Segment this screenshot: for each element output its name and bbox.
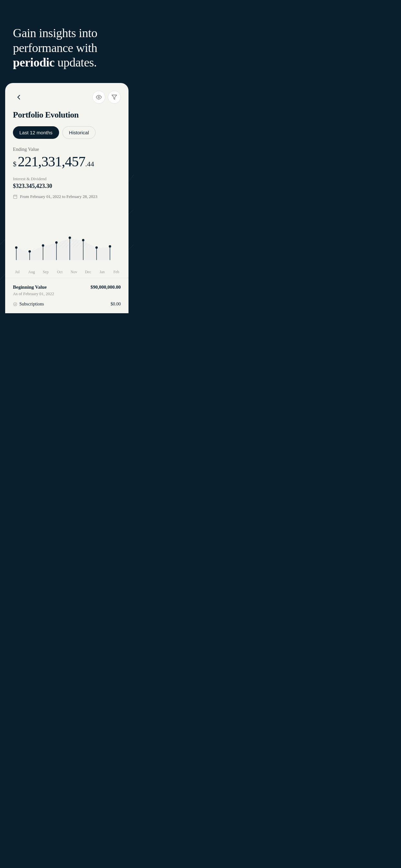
chart-label-feb: Feb: [109, 270, 123, 275]
subscriptions-value: $0.00: [111, 302, 121, 307]
chart-svg: [10, 203, 123, 267]
hero-headline: Gain insights into performance with peri…: [13, 26, 121, 70]
ending-value-label: Ending Value: [13, 147, 121, 152]
chart-label-sep: Sep: [39, 270, 53, 275]
svg-marker-6: [112, 95, 117, 99]
main-card: Portfolio Evolution Last 12 months Histo…: [5, 83, 128, 313]
main-amount: 221,331,457: [18, 153, 85, 170]
subscriptions-row: Subscriptions $0.00: [13, 302, 121, 307]
page-title: Portfolio Evolution: [5, 104, 128, 120]
ending-value-amount: $ 221,331,457 .44: [13, 153, 121, 170]
svg-point-19: [42, 244, 44, 246]
hero-bold-word: periodic: [13, 56, 55, 69]
currency-symbol: $: [13, 160, 17, 168]
as-of-date: As of February 01, 2022: [13, 291, 121, 297]
svg-point-17: [28, 250, 31, 252]
tab-last-12-months[interactable]: Last 12 months: [13, 126, 59, 139]
tab-historical[interactable]: Historical: [62, 126, 96, 139]
svg-point-23: [69, 237, 71, 239]
svg-point-5: [98, 97, 100, 98]
chart-label-aug: Aug: [25, 270, 39, 275]
card-header: [5, 83, 128, 104]
svg-point-21: [55, 241, 58, 244]
chart-section: Jul Aug Sep Oct Nov Dec Jan Feb: [5, 199, 128, 275]
eye-button[interactable]: [92, 91, 105, 104]
header-actions: [92, 91, 121, 104]
calendar-icon: [13, 194, 18, 199]
back-icon: [16, 94, 22, 100]
interest-dividend-amount: $323.345,423.30: [13, 183, 121, 190]
interest-dividend-label: Interest & Dividend: [13, 176, 121, 182]
chart-label-nov: Nov: [67, 270, 81, 275]
hero-section: Gain insights into performance with peri…: [0, 0, 134, 83]
tabs-row: Last 12 months Historical: [5, 120, 128, 139]
chart-label-jan: Jan: [95, 270, 110, 275]
chart-label-oct: Oct: [53, 270, 67, 275]
chart-label-jul: Jul: [10, 270, 25, 275]
cents-amount: .44: [85, 160, 94, 168]
svg-point-27: [95, 246, 97, 249]
chart-area: [10, 203, 123, 267]
beginning-value-row: Beginning Value $90,000,000.00: [13, 284, 121, 290]
date-range: From February 01, 2022 to February 28, 2…: [13, 194, 121, 199]
filter-icon: [112, 94, 117, 100]
plus-icon: [13, 302, 18, 306]
chart-label-dec: Dec: [81, 270, 95, 275]
filter-button[interactable]: [108, 91, 121, 104]
date-range-text: From February 01, 2022 to February 28, 2…: [20, 194, 97, 199]
svg-point-15: [15, 246, 18, 249]
eye-icon: [96, 94, 102, 100]
chart-labels: Jul Aug Sep Oct Nov Dec Jan Feb: [10, 267, 123, 275]
back-button[interactable]: [13, 91, 25, 103]
svg-point-29: [109, 245, 111, 247]
metrics-section: Ending Value $ 221,331,457 .44 Interest …: [5, 139, 128, 199]
bottom-section: Beginning Value $90,000,000.00 As of Feb…: [5, 278, 128, 307]
beginning-value-label: Beginning Value: [13, 284, 47, 290]
svg-point-25: [82, 239, 84, 241]
subscriptions-label: Subscriptions: [13, 302, 44, 307]
beginning-value-amount: $90,000,000.00: [90, 284, 121, 290]
svg-rect-7: [13, 195, 17, 198]
